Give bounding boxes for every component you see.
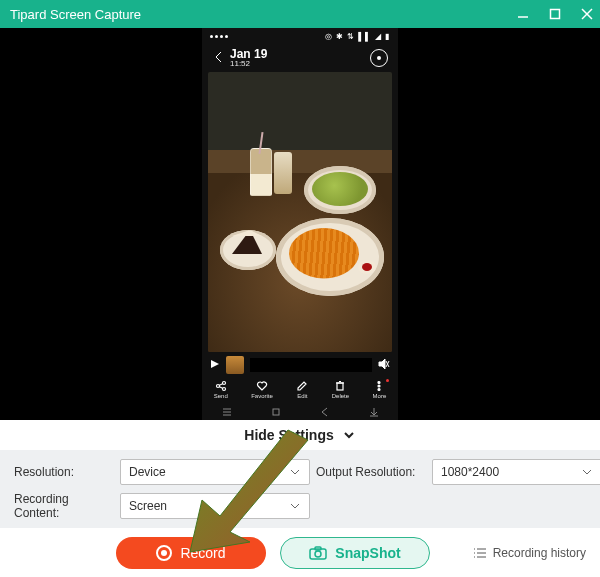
recording-content-value: Screen — [129, 499, 167, 513]
snapshot-label: SnapShot — [335, 545, 400, 561]
hide-settings-label: Hide Settings — [244, 427, 333, 443]
edit-label: Edit — [297, 393, 307, 399]
maximize-button[interactable] — [548, 7, 562, 21]
resolution-label: Resolution: — [14, 465, 114, 479]
send-label: Send — [214, 393, 228, 399]
svg-line-11 — [219, 383, 223, 385]
delete-label: Delete — [332, 393, 349, 399]
photo-content — [208, 72, 392, 352]
camera-icon — [309, 546, 327, 560]
window-title: Tipard Screen Capture — [6, 7, 141, 22]
carrier-icon — [210, 35, 228, 38]
mute-icon[interactable] — [378, 358, 390, 372]
device-preview: ◎ ✱ ⇅ ▌▌ ◢ ▮ Jan 19 11:52 Send Favorite — [0, 28, 600, 420]
status-icons: ◎ ✱ ⇅ ▌▌ ◢ ▮ — [325, 32, 390, 41]
list-icon — [473, 546, 487, 560]
bottom-bar: Record SnapShot Recording history — [0, 528, 600, 577]
recording-content-select[interactable]: Screen — [120, 493, 310, 519]
minimize-button[interactable] — [516, 7, 530, 21]
svg-rect-13 — [337, 383, 343, 390]
chevron-down-icon — [581, 466, 593, 478]
record-label: Record — [180, 545, 225, 561]
output-resolution-label: Output Resolution: — [316, 465, 426, 479]
video-thumbnail[interactable] — [226, 356, 244, 374]
phone-navbar — [202, 404, 398, 420]
send-button[interactable]: Send — [214, 380, 228, 399]
photo-header: Jan 19 11:52 — [202, 44, 398, 72]
snapshot-button[interactable]: SnapShot — [280, 537, 430, 569]
more-button[interactable]: More — [373, 380, 387, 399]
video-strip — [202, 354, 398, 376]
svg-rect-22 — [273, 409, 279, 415]
lens-icon[interactable] — [370, 49, 388, 67]
nav-menu-icon[interactable] — [222, 407, 232, 417]
resolution-value: Device — [129, 465, 166, 479]
hide-settings-toggle[interactable]: Hide Settings — [0, 420, 600, 450]
favorite-label: Favorite — [251, 393, 273, 399]
svg-marker-5 — [379, 359, 385, 369]
close-button[interactable] — [580, 7, 594, 21]
delete-button[interactable]: Delete — [332, 380, 349, 399]
chevron-down-icon — [289, 500, 301, 512]
recording-content-label: Recording Content: — [14, 492, 114, 520]
chevron-down-icon — [342, 428, 356, 442]
record-icon — [156, 545, 172, 561]
photo-time: 11:52 — [230, 60, 250, 68]
title-bar: Tipard Screen Capture — [0, 0, 600, 28]
nav-home-icon[interactable] — [271, 407, 281, 417]
nav-back-icon[interactable] — [320, 407, 330, 417]
svg-rect-1 — [551, 10, 560, 19]
notification-dot — [386, 379, 389, 382]
record-button[interactable]: Record — [116, 537, 266, 569]
back-icon[interactable] — [212, 50, 226, 66]
phone-screen: ◎ ✱ ⇅ ▌▌ ◢ ▮ Jan 19 11:52 Send Favorite — [202, 28, 398, 420]
svg-point-18 — [378, 388, 380, 390]
svg-line-12 — [219, 386, 223, 388]
edit-button[interactable]: Edit — [296, 380, 308, 399]
more-label: More — [373, 393, 387, 399]
settings-panel: Resolution: Device Output Resolution: 10… — [0, 450, 600, 528]
recording-history-link[interactable]: Recording history — [473, 546, 586, 560]
play-icon[interactable] — [210, 359, 220, 371]
svg-point-26 — [315, 551, 321, 557]
resolution-select[interactable]: Device — [120, 459, 310, 485]
chevron-down-icon — [289, 466, 301, 478]
output-resolution-select[interactable]: 1080*2400 — [432, 459, 600, 485]
svg-point-16 — [378, 381, 380, 383]
output-resolution-value: 1080*2400 — [441, 465, 499, 479]
phone-statusbar: ◎ ✱ ⇅ ▌▌ ◢ ▮ — [202, 28, 398, 44]
nav-download-icon[interactable] — [369, 407, 379, 417]
svg-marker-4 — [211, 360, 219, 368]
window-buttons — [516, 7, 594, 21]
video-track[interactable] — [250, 358, 372, 372]
photo-actions: Send Favorite Edit Delete More — [202, 376, 398, 402]
recording-history-label: Recording history — [493, 546, 586, 560]
favorite-button[interactable]: Favorite — [251, 380, 273, 399]
svg-point-17 — [378, 385, 380, 387]
